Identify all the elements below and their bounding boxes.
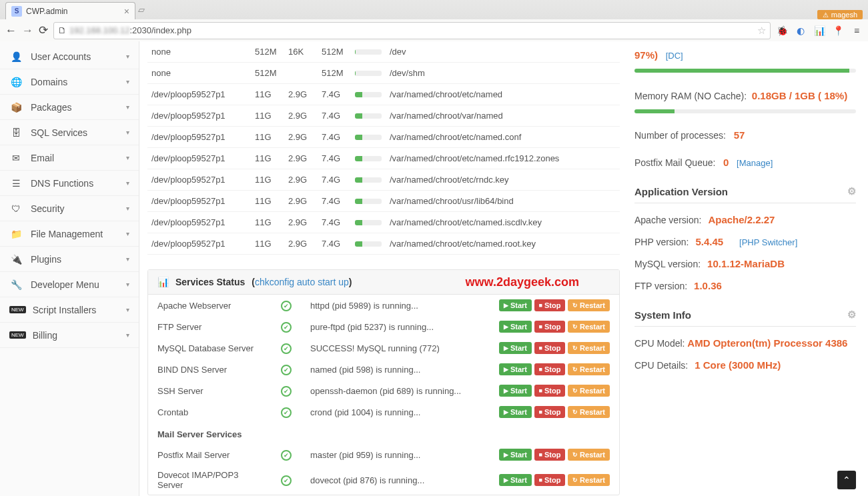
sidebar-label: File Management [31, 229, 103, 239]
bookmark-icon[interactable]: ☆ [757, 25, 766, 37]
stop-button[interactable]: ■Stop [534, 363, 566, 375]
scroll-top-button[interactable]: ⌃ [837, 471, 856, 489]
reload-button[interactable]: ⟳ [39, 23, 48, 37]
stop-button[interactable]: ■Stop [534, 299, 566, 311]
services-table: Apache Webserver✔httpd (pid 5989) is run… [148, 295, 619, 495]
chevron-down-icon: ▾ [126, 103, 129, 111]
disk-mount: /var/named/chroot/etc/named.conf [386, 127, 620, 148]
start-button[interactable]: ▶Start [499, 342, 532, 354]
start-button[interactable]: ▶Start [499, 321, 532, 333]
disk-fs: none [147, 63, 251, 84]
ext-icon-2[interactable]: ◐ [795, 25, 807, 37]
status-ok-icon: ✔ [281, 301, 292, 311]
chkconfig-link[interactable]: chkconfig auto start up [255, 277, 349, 287]
disk-size: 11G [251, 169, 284, 191]
disk-used: 2.9G [284, 105, 318, 127]
cpudet-value: 1 Core (3000 MHz) [695, 359, 781, 371]
sidebar-item-dns-functions[interactable]: ☰DNS Functions▾ [0, 171, 139, 196]
disk-fs: /dev/ploop59527p1 [147, 191, 251, 212]
chevron-down-icon: ▾ [126, 179, 129, 187]
sidebar-item-domains[interactable]: 🌐Domains▾ [0, 69, 139, 95]
sidebar-item-script-installers[interactable]: NEWScript Installers▾ [0, 297, 139, 323]
disk-mount: /var/named/chroot/etc/rndc.key [386, 169, 620, 191]
restart-button[interactable]: ↻Restart [568, 449, 610, 461]
cpudet-label: CPU Details: [634, 360, 688, 371]
start-button[interactable]: ▶Start [499, 299, 532, 311]
proc-label: Number of processes: [634, 130, 726, 141]
stop-button[interactable]: ■Stop [534, 474, 566, 486]
disk-bar [351, 105, 386, 127]
tab-close-icon[interactable]: × [124, 6, 129, 17]
disk-size: 11G [251, 84, 284, 105]
sidebar-item-email[interactable]: ✉Email▾ [0, 145, 139, 171]
cpumodel-value: AMD Opteron(tm) Processor 4386 [687, 337, 847, 349]
start-button[interactable]: ▶Start [499, 474, 532, 486]
disk-used [284, 63, 318, 84]
gear-icon[interactable]: ⚙ [847, 309, 856, 321]
restart-button[interactable]: ↻Restart [568, 299, 610, 311]
restart-button[interactable]: ↻Restart [568, 363, 610, 375]
restart-button[interactable]: ↻Restart [568, 406, 610, 418]
user-badge[interactable]: magesh [817, 10, 863, 19]
new-tab-icon[interactable]: ▱ [138, 5, 145, 15]
service-row: FTP Server✔pure-ftpd (pid 5237) is runni… [148, 316, 619, 337]
stop-button[interactable]: ■Stop [534, 449, 566, 461]
restart-button[interactable]: ↻Restart [568, 342, 610, 354]
service-row: Apache Webserver✔httpd (pid 5989) is run… [148, 295, 619, 316]
disk-avail: 512M [318, 41, 351, 63]
url-visible: :2030/index.php [129, 25, 191, 35]
sidebar-item-developer-menu[interactable]: 🔧Developer Menu▾ [0, 272, 139, 297]
disk-fs: none [147, 41, 251, 63]
service-name: MySQL Database Server [148, 337, 272, 359]
service-row: Crontab✔crond (pid 1004) is running...▶S… [148, 401, 619, 423]
browser-tab[interactable]: S CWP.admin × [5, 2, 135, 19]
sidebar-item-sql-services[interactable]: 🗄SQL Services▾ [0, 120, 139, 145]
disk-row: none512M16K512M/dev [147, 41, 620, 63]
menu-icon[interactable]: ≡ [851, 25, 863, 37]
ftp-value: 1.0.36 [694, 280, 722, 291]
service-msg: named (pid 598) is running... [301, 359, 481, 380]
stop-button[interactable]: ■Stop [534, 385, 566, 397]
disk-mount: /dev/shm [386, 63, 620, 84]
status-ok-icon: ✔ [281, 407, 292, 418]
back-button[interactable]: ← [5, 24, 17, 37]
stop-button[interactable]: ■Stop [534, 321, 566, 333]
sidebar-label: User Accounts [31, 51, 91, 62]
chevron-down-icon: ▾ [126, 53, 129, 60]
sidebar-item-packages[interactable]: 📦Packages▾ [0, 95, 139, 120]
ext-icon-1[interactable]: 🐞 [776, 25, 788, 37]
ext-icon-4[interactable]: 📍 [832, 25, 844, 37]
sidebar-icon: ☰ [9, 178, 23, 189]
start-button[interactable]: ▶Start [499, 385, 532, 397]
new-badge: NEW [9, 331, 26, 339]
php-switcher-link[interactable]: [PHP Switcher] [739, 237, 797, 247]
disk-row: /dev/ploop59527p111G2.9G7.4G/var/named/c… [147, 169, 620, 191]
stop-button[interactable]: ■Stop [534, 342, 566, 354]
address-bar[interactable]: 🗋 192.168.100.12 :2030/index.php ☆ [53, 22, 771, 39]
stop-button[interactable]: ■Stop [534, 406, 566, 418]
gear-icon[interactable]: ⚙ [847, 185, 856, 197]
sidebar-item-security[interactable]: 🛡Security▾ [0, 196, 139, 221]
ext-icon-3[interactable]: 📊 [813, 25, 825, 37]
sidebar-item-file-management[interactable]: 📁File Management▾ [0, 221, 139, 247]
start-button[interactable]: ▶Start [499, 363, 532, 375]
sidebar-item-plugins[interactable]: 🔌Plugins▾ [0, 247, 139, 272]
cpumodel-label: CPU Model: [634, 338, 685, 349]
sidebar-item-billing[interactable]: NEWBilling▾ [0, 323, 139, 348]
start-button[interactable]: ▶Start [499, 406, 532, 418]
disk-mount: /var/named/chroot/etc/named.root.key [386, 233, 620, 255]
service-row: Dovecot IMAP/POP3 Server✔dovecot (pid 87… [148, 465, 619, 495]
restart-button[interactable]: ↻Restart [568, 385, 610, 397]
dc-link[interactable]: [DC] [666, 51, 683, 61]
mysql-value: 10.1.12-MariaDB [707, 258, 785, 269]
disk-bar [351, 212, 386, 233]
disk-table: none512M16K512M/devnone512M512M/dev/shm/… [147, 41, 620, 255]
disk-avail: 7.4G [318, 233, 351, 255]
service-name: Dovecot IMAP/POP3 Server [148, 465, 272, 495]
start-button[interactable]: ▶Start [499, 449, 532, 461]
disk-row: /dev/ploop59527p111G2.9G7.4G/var/named/c… [147, 148, 620, 169]
restart-button[interactable]: ↻Restart [568, 474, 610, 486]
manage-link[interactable]: [Manage] [737, 158, 773, 168]
restart-button[interactable]: ↻Restart [568, 321, 610, 333]
sidebar-item-user-accounts[interactable]: 👤User Accounts▾ [0, 44, 139, 69]
